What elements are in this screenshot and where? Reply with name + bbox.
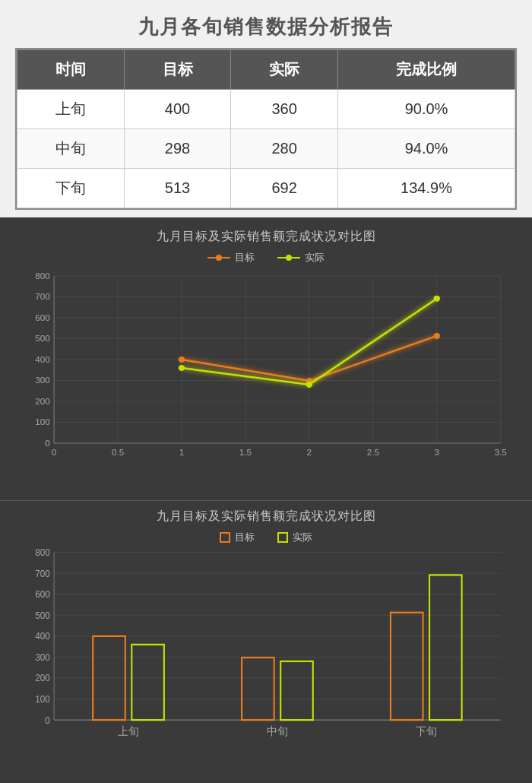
svg-rect-67 <box>242 657 274 719</box>
bar-chart-legend: 目标 实际 <box>15 531 517 544</box>
table-cell: 280 <box>231 129 338 169</box>
table-row: 下旬513692134.9% <box>17 169 515 208</box>
data-table: 时间 目标 实际 完成比例 上旬40036090.0%中旬29828094.0%… <box>15 48 517 210</box>
table-cell: 692 <box>231 169 338 208</box>
bar-chart-section: 九月目标及实际销售额完成状况对比图 目标 实际 0100200300400500… <box>0 500 532 784</box>
svg-rect-70 <box>429 575 462 720</box>
col-header-time: 时间 <box>17 50 125 90</box>
svg-text:上旬: 上旬 <box>118 725 138 737</box>
charts-area: 九月目标及实际销售额完成状况对比图 目标 实际 010020030040050 <box>0 217 532 783</box>
line-chart-legend: 目标 实际 <box>15 251 517 265</box>
bar-chart-svg: 0100200300400500600700800 上旬中旬下旬 <box>15 548 517 746</box>
table-row: 上旬40036090.0% <box>17 90 515 129</box>
bar-legend-target-icon <box>220 532 230 543</box>
svg-text:600: 600 <box>35 313 50 322</box>
svg-text:0.5: 0.5 <box>112 448 124 457</box>
svg-text:200: 200 <box>35 397 50 406</box>
bar-chart-title: 九月目标及实际销售额完成状况对比图 <box>15 509 517 525</box>
svg-text:0: 0 <box>45 715 50 725</box>
svg-text:500: 500 <box>35 334 50 344</box>
table-cell: 上旬 <box>17 90 125 129</box>
table-cell: 中旬 <box>17 129 125 169</box>
bar-legend-target: 目标 <box>220 531 255 544</box>
svg-text:300: 300 <box>35 376 50 385</box>
svg-point-41 <box>434 296 441 302</box>
table-cell: 513 <box>124 169 231 208</box>
svg-text:1: 1 <box>179 448 185 457</box>
line-chart-title: 九月目标及实际销售额完成状况对比图 <box>15 229 517 245</box>
svg-text:下旬: 下旬 <box>416 725 436 737</box>
col-header-actual: 实际 <box>231 50 338 90</box>
svg-rect-68 <box>280 661 313 719</box>
svg-point-39 <box>179 365 185 371</box>
title-section: 九月各旬销售数据分析报告 <box>0 0 532 48</box>
svg-text:3.5: 3.5 <box>495 448 507 457</box>
col-header-target: 目标 <box>124 50 231 90</box>
table-cell: 298 <box>124 129 231 169</box>
svg-point-38 <box>434 333 441 339</box>
svg-text:800: 800 <box>35 271 50 281</box>
svg-text:600: 600 <box>35 588 50 599</box>
table-cell: 360 <box>231 90 338 129</box>
svg-point-40 <box>306 382 313 388</box>
svg-text:100: 100 <box>35 418 50 427</box>
svg-text:300: 300 <box>35 651 50 662</box>
table-header-row: 时间 目标 实际 完成比例 <box>17 50 515 90</box>
table-cell: 94.0% <box>338 129 515 169</box>
svg-rect-66 <box>131 644 164 719</box>
table-cell: 134.9% <box>338 169 515 208</box>
svg-text:2: 2 <box>307 448 312 457</box>
page: 九月各旬销售数据分析报告 时间 目标 实际 完成比例 上旬40036090.0%… <box>0 0 532 783</box>
svg-text:800: 800 <box>35 548 50 558</box>
svg-text:100: 100 <box>35 693 50 704</box>
svg-text:0: 0 <box>52 448 57 457</box>
svg-text:1.5: 1.5 <box>239 448 252 457</box>
table-cell: 90.0% <box>338 90 515 129</box>
legend-actual: 实际 <box>277 251 325 265</box>
svg-text:3: 3 <box>435 448 440 457</box>
svg-text:500: 500 <box>35 610 50 620</box>
svg-text:2.5: 2.5 <box>367 448 379 457</box>
bar-legend-actual-icon <box>277 532 288 543</box>
svg-rect-69 <box>391 612 423 719</box>
svg-text:200: 200 <box>35 673 50 683</box>
svg-text:400: 400 <box>35 355 50 364</box>
legend-target: 目标 <box>207 251 255 265</box>
legend-actual-line <box>277 257 300 258</box>
svg-text:400: 400 <box>35 631 50 642</box>
table-cell: 400 <box>124 90 231 129</box>
svg-text:0: 0 <box>45 439 50 448</box>
legend-target-line <box>207 257 230 258</box>
bar-legend-actual: 实际 <box>277 531 312 544</box>
line-chart-svg: 0100200300400500600700800 00.511.522.533… <box>15 268 517 466</box>
svg-rect-65 <box>93 636 125 719</box>
table-cell: 下旬 <box>17 169 125 208</box>
line-chart-section: 九月目标及实际销售额完成状况对比图 目标 实际 010020030040050 <box>0 217 532 500</box>
page-title: 九月各旬销售数据分析报告 <box>8 14 524 40</box>
svg-text:700: 700 <box>35 568 50 579</box>
svg-point-36 <box>179 357 185 363</box>
legend-actual-label: 实际 <box>305 251 325 265</box>
svg-text:700: 700 <box>35 293 50 302</box>
col-header-ratio: 完成比例 <box>338 50 515 90</box>
legend-target-label: 目标 <box>235 251 255 265</box>
bar-legend-target-label: 目标 <box>235 531 255 544</box>
svg-text:中旬: 中旬 <box>267 725 287 737</box>
table-row: 中旬29828094.0% <box>17 129 515 169</box>
bar-legend-actual-label: 实际 <box>293 531 312 544</box>
